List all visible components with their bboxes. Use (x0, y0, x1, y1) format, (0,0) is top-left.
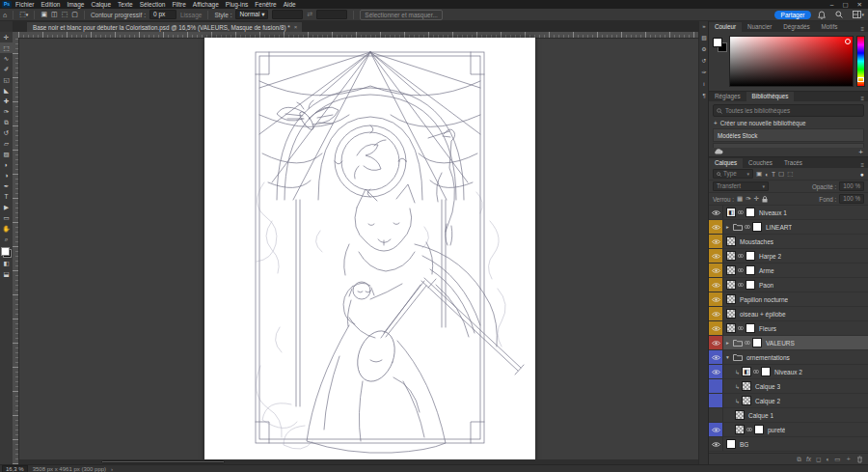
layer-visibility-cell[interactable] (709, 379, 723, 393)
new-selection-icon[interactable]: ▣ (41, 11, 47, 18)
close-button[interactable]: ✕ (857, 1, 862, 9)
eye-icon[interactable] (712, 427, 720, 433)
foreground-color-swatch[interactable] (713, 38, 722, 47)
lock-position-icon[interactable]: ✛ (754, 195, 759, 203)
layer-visibility-cell[interactable] (709, 423, 723, 436)
layer-name[interactable]: Moustaches (738, 238, 773, 245)
mask-link-icon[interactable] (738, 209, 744, 215)
add-to-selection-icon[interactable]: ◫ (51, 11, 58, 18)
filter-smart-objects-icon[interactable]: ⬚ (787, 170, 793, 178)
type-tool[interactable]: T (0, 191, 13, 202)
move-tool[interactable]: ✛ (0, 32, 13, 42)
mask-link-icon[interactable] (738, 282, 744, 288)
blur-tool[interactable]: ◗ (0, 159, 13, 170)
layer-row-harpe-2[interactable]: Harpe 2 (709, 249, 868, 264)
eye-icon[interactable] (712, 282, 720, 289)
scrollbar-thumb[interactable] (101, 460, 225, 463)
adjustment-layer-thumbnail[interactable]: ◧ (742, 367, 751, 376)
layer-visibility-cell[interactable] (709, 292, 723, 306)
layer-thumbnail[interactable] (742, 396, 751, 405)
layer-name[interactable]: Paon (757, 282, 773, 289)
layer-name[interactable]: Harpe 2 (757, 253, 781, 260)
layer-visibility-cell[interactable] (709, 235, 723, 248)
add-layer-mask-icon[interactable]: ◻ (816, 456, 821, 463)
fill-input[interactable]: 100 % (839, 194, 864, 204)
eye-icon[interactable] (712, 224, 720, 231)
zoom-tool[interactable]: ⌕ (0, 234, 13, 244)
layer-name[interactable]: Calque 2 (753, 398, 780, 404)
layer-row-oiseau-épilobe[interactable]: oiseau + épilobe (709, 307, 868, 321)
color-picker-marker[interactable] (845, 39, 851, 44)
healing-brush-tool[interactable]: ✚ (0, 96, 13, 106)
menu-item-slection[interactable]: Sélection (140, 1, 166, 8)
layer-name[interactable]: Arme (757, 267, 774, 274)
lock-transparency-icon[interactable]: ▦ (737, 195, 743, 203)
properties-panel-icon[interactable]: ⚙ (701, 46, 706, 53)
menu-item-edition[interactable]: Edition (41, 1, 61, 8)
layer-mask-thumbnail[interactable] (752, 338, 762, 347)
layer-name[interactable]: Calque 3 (753, 383, 780, 390)
subtract-selection-icon[interactable]: ⬚ (62, 11, 68, 18)
add-adjustment-layer-icon[interactable]: ◐ (826, 456, 829, 462)
height-input[interactable] (316, 10, 347, 19)
mask-link-icon[interactable] (738, 253, 744, 260)
layer-mask-thumbnail[interactable] (746, 323, 755, 333)
maximize-button[interactable]: ▢ (842, 1, 848, 9)
tab-couches[interactable]: Couches (743, 158, 778, 168)
eye-icon[interactable] (712, 441, 720, 448)
tab-dégradés[interactable]: Dégradés (777, 22, 815, 32)
tab-tracés[interactable]: Tracés (778, 158, 808, 168)
lasso-tool[interactable]: ∿ (0, 53, 13, 64)
collapse-dock-icon[interactable]: » (702, 23, 705, 30)
layer-thumbnail[interactable] (726, 309, 736, 319)
layer-visibility-cell[interactable] (709, 278, 723, 292)
clone-stamp-tool[interactable]: ⧉ (0, 117, 13, 127)
dodge-tool[interactable]: ◑ (0, 170, 13, 180)
layer-mask-thumbnail[interactable] (761, 367, 771, 376)
workspace-switcher-icon[interactable]: ▾ (853, 11, 864, 18)
layer-visibility-cell[interactable] (709, 264, 723, 277)
layer-visibility-cell[interactable] (709, 206, 723, 219)
create-library-button[interactable]: + Créer une nouvelle bibliothèque (709, 118, 868, 127)
menu-item-affichage[interactable]: Affichage (193, 1, 219, 8)
mask-link-icon[interactable] (753, 369, 759, 375)
search-icon[interactable] (835, 11, 843, 18)
libraries-search-field[interactable]: Toutes les bibliothèques (713, 104, 864, 116)
mask-link-icon[interactable] (745, 224, 750, 231)
layer-row-fleurs[interactable]: Fleurs (709, 321, 868, 336)
eye-icon[interactable] (712, 369, 720, 375)
eye-icon[interactable] (712, 340, 720, 347)
layer-visibility-cell[interactable] (709, 408, 723, 422)
history-panel-icon[interactable]: ↺ (701, 58, 706, 65)
layer-name[interactable]: BG (738, 441, 748, 448)
marquee-tool[interactable]: ⬚ (0, 42, 13, 53)
layer-visibility-cell[interactable] (709, 249, 723, 263)
layer-thumbnail[interactable] (726, 323, 736, 333)
shape-tool[interactable]: ▭ (0, 212, 13, 223)
active-tool-icon[interactable]: ⬚▾ (19, 11, 28, 18)
hue-slider-marker[interactable] (857, 77, 864, 82)
brush-tool[interactable]: ✑ (0, 106, 13, 117)
layer-thumbnail[interactable] (735, 425, 745, 434)
new-group-icon[interactable]: ▭ (834, 456, 840, 463)
adjustment-layer-thumbnail[interactable]: ◧ (726, 208, 736, 217)
layer-thumbnail[interactable] (726, 439, 736, 449)
eye-icon[interactable] (712, 296, 720, 303)
layer-mask-thumbnail[interactable] (746, 265, 755, 275)
layer-name[interactable]: Papillon nocturne (738, 296, 788, 303)
feather-input[interactable]: 0 px (149, 10, 176, 19)
layer-visibility-cell[interactable] (709, 350, 723, 364)
tab-bibliothèques[interactable]: Bibliothèques (746, 92, 795, 101)
style-select[interactable]: Normal ▾ (235, 10, 268, 19)
layer-visibility-cell[interactable] (709, 336, 723, 349)
layer-name[interactable]: pureté (766, 427, 785, 433)
pen-tool[interactable]: ✒ (0, 180, 13, 191)
layer-thumbnail[interactable] (735, 410, 745, 420)
layer-name[interactable]: Niveaux 1 (757, 209, 787, 216)
tab-menu-icon[interactable]: ≡ (860, 96, 868, 101)
mask-link-icon[interactable] (745, 224, 750, 230)
layer-thumbnail[interactable] (726, 294, 736, 304)
layer-mask-thumbnail[interactable] (746, 280, 755, 290)
eye-icon[interactable] (712, 238, 720, 245)
layer-visibility-cell[interactable] (709, 437, 723, 451)
